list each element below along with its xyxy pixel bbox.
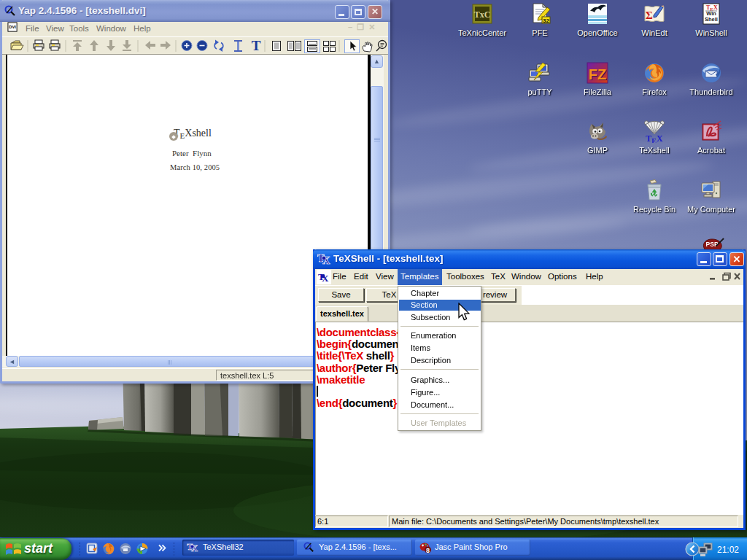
svg-text:DVI: DVI <box>9 25 16 29</box>
svg-text:21:02: 21:02 <box>717 545 739 555</box>
svg-text:32: 32 <box>543 18 549 24</box>
svg-text:TxC: TxC <box>474 9 491 20</box>
svg-text:Σ: Σ <box>646 9 653 21</box>
svg-text:8: 8 <box>426 547 430 554</box>
svg-text:Shell: Shell <box>705 16 718 23</box>
svg-text:PSP: PSP <box>706 241 719 248</box>
svg-text:FZ: FZ <box>589 66 606 82</box>
svg-text:T: T <box>252 38 261 53</box>
svg-text:TEX: TEX <box>646 133 663 143</box>
